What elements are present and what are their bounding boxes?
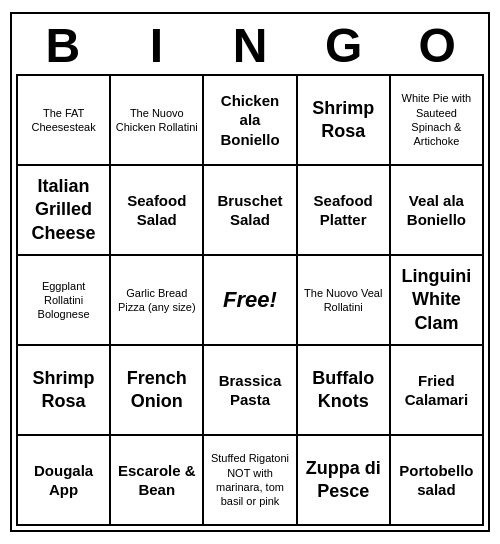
bingo-card: B I N G O The FAT CheesesteakThe Nuovo C… bbox=[10, 12, 490, 532]
bingo-cell-5: Italian Grilled Cheese bbox=[18, 166, 111, 256]
bingo-cell-23: Zuppa di Pesce bbox=[298, 436, 391, 526]
bingo-cell-14: Linguini White Clam bbox=[391, 256, 484, 346]
bingo-header: B I N G O bbox=[16, 18, 484, 74]
bingo-cell-3: Shrimp Rosa bbox=[298, 76, 391, 166]
bingo-cell-16: French Onion bbox=[111, 346, 204, 436]
header-i: I bbox=[110, 18, 204, 74]
bingo-grid: The FAT CheesesteakThe Nuovo Chicken Rol… bbox=[16, 74, 484, 526]
bingo-cell-0: The FAT Cheesesteak bbox=[18, 76, 111, 166]
bingo-cell-9: Veal ala Boniello bbox=[391, 166, 484, 256]
header-b: B bbox=[16, 18, 110, 74]
bingo-cell-15: Shrimp Rosa bbox=[18, 346, 111, 436]
header-n: N bbox=[203, 18, 297, 74]
bingo-cell-17: Brassica Pasta bbox=[204, 346, 297, 436]
bingo-cell-12: Free! bbox=[204, 256, 297, 346]
bingo-cell-8: Seafood Platter bbox=[298, 166, 391, 256]
bingo-cell-6: Seafood Salad bbox=[111, 166, 204, 256]
bingo-cell-2: Chicken ala Boniello bbox=[204, 76, 297, 166]
bingo-cell-1: The Nuovo Chicken Rollatini bbox=[111, 76, 204, 166]
bingo-cell-24: Portobello salad bbox=[391, 436, 484, 526]
bingo-cell-21: Escarole & Bean bbox=[111, 436, 204, 526]
bingo-cell-18: Buffalo Knots bbox=[298, 346, 391, 436]
header-o: O bbox=[390, 18, 484, 74]
bingo-cell-20: Dougala App bbox=[18, 436, 111, 526]
bingo-cell-11: Garlic Bread Pizza (any size) bbox=[111, 256, 204, 346]
bingo-cell-7: Bruschet Salad bbox=[204, 166, 297, 256]
bingo-cell-13: The Nuovo Veal Rollatini bbox=[298, 256, 391, 346]
bingo-cell-19: Fried Calamari bbox=[391, 346, 484, 436]
bingo-cell-22: Stuffed Rigatoni NOT with marinara, tom … bbox=[204, 436, 297, 526]
header-g: G bbox=[297, 18, 391, 74]
bingo-cell-4: White Pie with Sauteed Spinach & Articho… bbox=[391, 76, 484, 166]
bingo-cell-10: Eggplant Rollatini Bolognese bbox=[18, 256, 111, 346]
